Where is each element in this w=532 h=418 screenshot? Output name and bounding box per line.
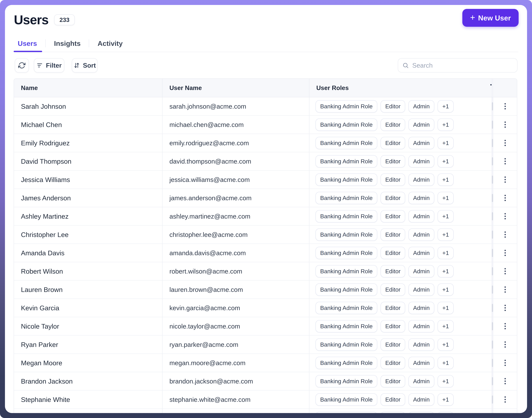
role-chip[interactable]: +1: [437, 283, 454, 296]
table-row[interactable]: Nicole Taylor nicole.taylor@acme.com Ban…: [14, 317, 517, 336]
role-chip[interactable]: Editor: [381, 265, 405, 278]
role-chip[interactable]: Editor: [381, 228, 405, 241]
table-row[interactable]: Robert Wilson robert.wilson@acme.com Ban…: [14, 262, 517, 280]
row-menu-kebab-icon[interactable]: [503, 101, 508, 111]
role-chip[interactable]: +1: [437, 357, 454, 369]
role-chip[interactable]: Editor: [381, 210, 405, 222]
row-menu-kebab-icon[interactable]: [503, 340, 508, 349]
row-drag-handle[interactable]: [492, 121, 493, 129]
role-chip[interactable]: Admin: [408, 265, 434, 278]
role-chip[interactable]: Editor: [381, 338, 405, 351]
row-drag-handle[interactable]: [492, 102, 493, 110]
role-chip[interactable]: +1: [437, 228, 454, 241]
role-chip[interactable]: Banking Admin Role: [315, 393, 377, 406]
role-chip[interactable]: Admin: [408, 174, 434, 186]
role-chip[interactable]: Admin: [408, 210, 434, 222]
row-drag-handle[interactable]: [492, 267, 493, 275]
role-chip[interactable]: Banking Admin Role: [315, 228, 377, 241]
role-chip[interactable]: Editor: [381, 155, 405, 168]
row-drag-handle[interactable]: [492, 322, 493, 330]
role-chip[interactable]: Editor: [381, 302, 405, 314]
role-chip[interactable]: +1: [437, 375, 454, 387]
role-chip[interactable]: Admin: [408, 320, 434, 332]
table-row[interactable]: Michael Chen michael.chen@acme.com Banki…: [14, 116, 517, 134]
role-chip[interactable]: Editor: [381, 137, 405, 149]
new-user-button[interactable]: + New User: [462, 9, 519, 27]
role-chip[interactable]: Editor: [381, 192, 405, 204]
role-chip[interactable]: Admin: [408, 375, 434, 387]
table-row[interactable]: Banking Admin RoleEditorAdmin+1: [14, 409, 517, 413]
role-chip[interactable]: Editor: [381, 375, 405, 387]
row-drag-handle[interactable]: [492, 231, 493, 239]
table-row[interactable]: Brandon Jackson brandon.jackson@acme.com…: [14, 372, 517, 391]
table-row[interactable]: David Thompson david.thompson@acme.com B…: [14, 152, 517, 171]
row-menu-kebab-icon[interactable]: [503, 413, 508, 413]
role-chip[interactable]: Admin: [408, 302, 434, 314]
role-chip[interactable]: Admin: [408, 155, 434, 168]
role-chip[interactable]: Banking Admin Role: [315, 302, 377, 314]
role-chip[interactable]: +1: [437, 247, 454, 259]
table-row[interactable]: Megan Moore megan.moore@acme.com Banking…: [14, 354, 517, 372]
role-chip[interactable]: Admin: [408, 247, 434, 259]
row-drag-handle[interactable]: [492, 359, 493, 367]
role-chip[interactable]: +1: [437, 137, 454, 149]
row-menu-kebab-icon[interactable]: [503, 138, 508, 148]
row-drag-handle[interactable]: [492, 249, 493, 257]
row-menu-kebab-icon[interactable]: [503, 376, 508, 386]
role-chip[interactable]: +1: [437, 393, 454, 406]
role-chip[interactable]: Banking Admin Role: [315, 100, 377, 113]
table-row[interactable]: Ryan Parker ryan.parker@acme.com Banking…: [14, 336, 517, 354]
role-chip[interactable]: Editor: [381, 320, 405, 332]
row-drag-handle[interactable]: [492, 212, 493, 221]
role-chip[interactable]: Banking Admin Role: [315, 357, 377, 369]
role-chip[interactable]: Admin: [408, 412, 434, 413]
role-chip[interactable]: Editor: [381, 174, 405, 186]
role-chip[interactable]: +1: [437, 320, 454, 332]
search-box[interactable]: [398, 58, 518, 72]
row-menu-kebab-icon[interactable]: [503, 358, 508, 368]
role-chip[interactable]: Admin: [408, 283, 434, 296]
table-row[interactable]: Ashley Martinez ashley.martinez@acme.com…: [14, 207, 517, 226]
tab-users[interactable]: Users: [14, 39, 45, 47]
table-row[interactable]: Sarah Johnson sarah.johnson@acme.com Ban…: [14, 97, 517, 116]
row-drag-handle[interactable]: [492, 157, 493, 165]
table-row[interactable]: Stephanie White stephanie.white@acme.com…: [14, 391, 517, 409]
row-drag-handle[interactable]: [492, 175, 493, 184]
role-chip[interactable]: Banking Admin Role: [315, 210, 377, 222]
role-chip[interactable]: Editor: [381, 247, 405, 259]
table-row[interactable]: Emily Rodriguez emily.rodriguez@acme.com…: [14, 134, 517, 152]
row-drag-handle[interactable]: [492, 377, 493, 385]
tab-insights[interactable]: Insights: [46, 39, 89, 47]
row-menu-kebab-icon[interactable]: [503, 248, 508, 258]
row-drag-handle[interactable]: [492, 340, 493, 349]
role-chip[interactable]: Banking Admin Role: [315, 137, 377, 149]
role-chip[interactable]: +1: [437, 174, 454, 186]
table-row[interactable]: Lauren Brown lauren.brown@acme.com Banki…: [14, 280, 517, 299]
role-chip[interactable]: +1: [437, 100, 454, 113]
role-chip[interactable]: Editor: [381, 412, 405, 413]
tab-activity[interactable]: Activity: [89, 39, 128, 47]
role-chip[interactable]: Admin: [408, 338, 434, 351]
role-chip[interactable]: Banking Admin Role: [315, 118, 377, 131]
role-chip[interactable]: Admin: [408, 192, 434, 204]
role-chip[interactable]: Banking Admin Role: [315, 174, 377, 186]
table-row[interactable]: Christopher Lee christopher.lee@acme.com…: [14, 226, 517, 244]
role-chip[interactable]: +1: [437, 338, 454, 351]
role-chip[interactable]: Editor: [381, 393, 405, 406]
role-chip[interactable]: Banking Admin Role: [315, 155, 377, 168]
row-drag-handle[interactable]: [492, 194, 493, 202]
row-menu-kebab-icon[interactable]: [503, 285, 508, 294]
filter-button[interactable]: Filter: [34, 58, 64, 72]
role-chip[interactable]: Admin: [408, 100, 434, 113]
row-menu-kebab-icon[interactable]: [503, 303, 508, 313]
role-chip[interactable]: Banking Admin Role: [315, 283, 377, 296]
search-input[interactable]: [412, 61, 513, 69]
table-row[interactable]: James Anderson james.anderson@acme.com B…: [14, 189, 517, 207]
role-chip[interactable]: Banking Admin Role: [315, 247, 377, 259]
row-drag-handle[interactable]: [492, 139, 493, 147]
role-chip[interactable]: Admin: [408, 393, 434, 406]
role-chip[interactable]: +1: [437, 155, 454, 168]
role-chip[interactable]: Banking Admin Role: [315, 412, 377, 413]
sort-button[interactable]: Sort: [72, 58, 97, 72]
role-chip[interactable]: Banking Admin Role: [315, 320, 377, 332]
